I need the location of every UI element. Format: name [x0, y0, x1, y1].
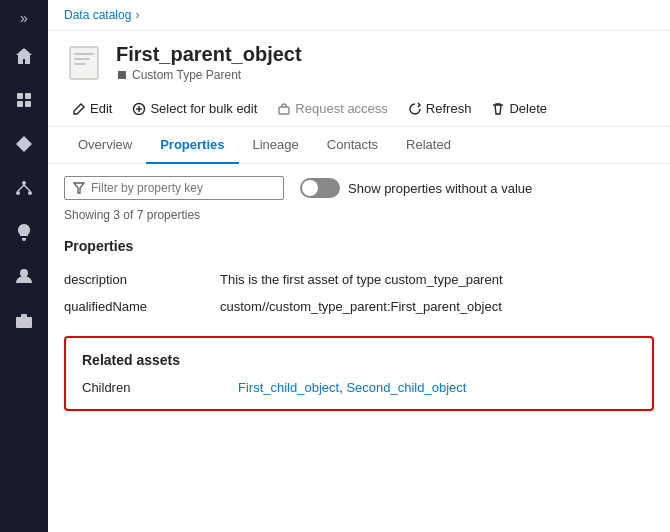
- svg-line-9: [24, 185, 30, 191]
- svg-rect-19: [279, 107, 289, 114]
- svg-line-8: [18, 185, 24, 191]
- object-header: First_parent_object Custom Type Parent: [48, 31, 670, 91]
- sidebar-item-home[interactable]: [4, 36, 44, 76]
- show-properties-toggle[interactable]: [300, 178, 340, 198]
- sidebar-collapse-button[interactable]: »: [4, 8, 44, 28]
- svg-point-5: [22, 181, 26, 185]
- sidebar-item-nodes[interactable]: [4, 168, 44, 208]
- svg-rect-14: [74, 58, 90, 60]
- main-content: Data catalog › First_parent_object Custo…: [48, 0, 670, 532]
- properties-section: Properties description This is the first…: [64, 238, 654, 320]
- property-value-description: This is the first asset of type custom_t…: [220, 272, 654, 287]
- tab-contacts[interactable]: Contacts: [313, 127, 392, 164]
- request-access-button[interactable]: Request access: [269, 97, 396, 120]
- sidebar-item-user[interactable]: [4, 256, 44, 296]
- related-assets-links: First_child_object, Second_child_object: [238, 380, 466, 395]
- edit-button[interactable]: Edit: [64, 97, 120, 120]
- svg-rect-3: [25, 101, 31, 107]
- toggle-label: Show properties without a value: [348, 181, 532, 196]
- tabs-bar: Overview Properties Lineage Contacts Rel…: [48, 127, 670, 164]
- svg-rect-13: [74, 53, 94, 55]
- svg-point-6: [16, 191, 20, 195]
- svg-rect-0: [17, 93, 23, 99]
- properties-title: Properties: [64, 238, 654, 254]
- property-key-qualifiedname: qualifiedName: [64, 299, 204, 314]
- filter-icon: [73, 182, 85, 194]
- related-link-first-child[interactable]: First_child_object: [238, 380, 339, 395]
- related-assets-title: Related assets: [82, 352, 636, 368]
- showing-count: Showing 3 of 7 properties: [64, 208, 654, 222]
- sidebar-item-lightbulb[interactable]: [4, 212, 44, 252]
- related-link-second-child[interactable]: Second_child_object: [346, 380, 466, 395]
- tab-properties[interactable]: Properties: [146, 127, 238, 164]
- svg-rect-15: [74, 63, 86, 65]
- svg-point-7: [28, 191, 32, 195]
- object-title: First_parent_object: [116, 43, 302, 66]
- tab-related[interactable]: Related: [392, 127, 465, 164]
- svg-marker-4: [16, 136, 32, 152]
- object-subtitle: Custom Type Parent: [116, 68, 302, 82]
- toggle-wrap: Show properties without a value: [300, 178, 532, 198]
- filter-input[interactable]: [91, 181, 275, 195]
- sidebar: »: [0, 0, 48, 532]
- property-key-description: description: [64, 272, 204, 287]
- tab-overview[interactable]: Overview: [64, 127, 146, 164]
- refresh-button[interactable]: Refresh: [400, 97, 480, 120]
- tab-lineage[interactable]: Lineage: [239, 127, 313, 164]
- filter-row: Show properties without a value: [64, 176, 654, 200]
- related-assets-box: Related assets Children First_child_obje…: [64, 336, 654, 411]
- delete-button[interactable]: Delete: [483, 97, 555, 120]
- object-title-area: First_parent_object Custom Type Parent: [116, 43, 302, 82]
- related-assets-row: Children First_child_object, Second_chil…: [82, 380, 636, 395]
- sidebar-item-catalog[interactable]: [4, 80, 44, 120]
- breadcrumb-link[interactable]: Data catalog: [64, 8, 131, 22]
- breadcrumb-separator: ›: [135, 8, 139, 22]
- property-value-qualifiedname: custom//custom_type_parent:First_parent_…: [220, 299, 654, 314]
- breadcrumb: Data catalog ›: [48, 0, 670, 31]
- svg-point-10: [20, 269, 28, 277]
- sidebar-item-diamond[interactable]: [4, 124, 44, 164]
- related-assets-key: Children: [82, 380, 222, 395]
- svg-rect-11: [16, 317, 32, 328]
- property-row-description: description This is the first asset of t…: [64, 266, 654, 293]
- bulk-edit-button[interactable]: Select for bulk edit: [124, 97, 265, 120]
- sidebar-item-briefcase[interactable]: [4, 300, 44, 340]
- toolbar: Edit Select for bulk edit Request access…: [48, 91, 670, 127]
- content-area: Show properties without a value Showing …: [48, 164, 670, 532]
- object-icon: [64, 43, 104, 83]
- filter-input-wrap: [64, 176, 284, 200]
- svg-rect-2: [17, 101, 23, 107]
- svg-rect-1: [25, 93, 31, 99]
- property-row-qualifiedname: qualifiedName custom//custom_type_parent…: [64, 293, 654, 320]
- svg-marker-20: [74, 183, 84, 193]
